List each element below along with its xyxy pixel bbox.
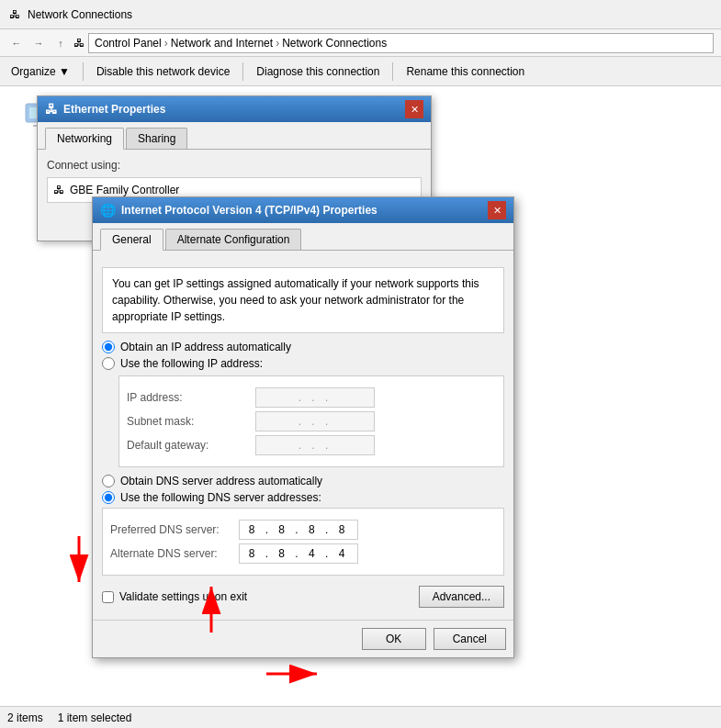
ethernet-tabs: Networking Sharing bbox=[38, 122, 431, 149]
info-box: You can get IP settings assigned automat… bbox=[102, 267, 504, 333]
selected-count: 1 item selected bbox=[58, 711, 132, 724]
diagnose-button[interactable]: Diagnose this connection bbox=[249, 60, 387, 84]
info-text: You can get IP settings assigned automat… bbox=[112, 277, 479, 323]
tcp-tab-general[interactable]: General bbox=[100, 229, 163, 251]
ip-address-label: IP address: bbox=[127, 391, 255, 404]
subnet-mask-field: . . . bbox=[255, 411, 375, 431]
alternate-dns-label: Alternate DNS server: bbox=[110, 547, 239, 560]
controller-text: GBE Family Controller bbox=[70, 184, 179, 196]
auto-ip-label: Obtain an IP address automatically bbox=[120, 341, 291, 353]
window-icon-small: 🖧 bbox=[73, 37, 84, 50]
item-count: 2 items bbox=[7, 711, 43, 724]
dns-section: Obtain DNS server address automatically … bbox=[102, 475, 504, 576]
forward-button[interactable]: → bbox=[29, 34, 48, 52]
tab-networking[interactable]: Networking bbox=[45, 128, 124, 150]
ip-address-row: IP address: . . . bbox=[127, 387, 496, 408]
manual-dns-row: Use the following DNS server addresses: bbox=[102, 491, 504, 504]
ip-input-group: IP address: . . . Subnet mask: . . . Def… bbox=[118, 375, 504, 467]
ethernet-dialog-titlebar: 🖧 Ethernet Properties ✕ bbox=[38, 96, 431, 122]
main-content: 🖧 Ethernet Properties ✕ Networking Shari… bbox=[0, 86, 721, 728]
connect-using-label: Connect using: bbox=[47, 159, 422, 172]
alternate-dns-row: Alternate DNS server: 8 . 8 . 4 . 4 bbox=[110, 543, 496, 564]
cancel-button[interactable]: Cancel bbox=[434, 628, 506, 650]
validate-checkbox[interactable] bbox=[102, 591, 114, 603]
ip-radio-group: Obtain an IP address automatically Use t… bbox=[102, 341, 504, 370]
manual-ip-label: Use the following IP address: bbox=[120, 357, 263, 370]
window-title: Network Connections bbox=[28, 8, 132, 21]
gateway-field: . . . bbox=[255, 435, 375, 455]
tcp-tab-content: You can get IP settings assigned automat… bbox=[93, 250, 513, 620]
default-gateway-label: Default gateway: bbox=[127, 439, 255, 452]
manual-ip-radio[interactable] bbox=[102, 357, 115, 370]
rename-button[interactable]: Rename this connection bbox=[399, 60, 532, 84]
path-part-2: Network and Internet bbox=[171, 37, 273, 50]
auto-dns-label: Obtain DNS server address automatically bbox=[120, 475, 322, 487]
manual-dns-label: Use the following DNS server addresses: bbox=[120, 491, 321, 504]
tcpipv4-dialog: 🌐 Internet Protocol Version 4 (TCP/IPv4)… bbox=[92, 196, 514, 658]
window-icon: 🖧 bbox=[7, 7, 22, 22]
tcp-dialog-icon: 🌐 bbox=[100, 203, 116, 218]
subnet-mask-label: Subnet mask: bbox=[127, 415, 255, 428]
alternate-dns-field[interactable]: 8 . 8 . 4 . 4 bbox=[239, 543, 358, 564]
tcp-dialog-titlebar: 🌐 Internet Protocol Version 4 (TCP/IPv4)… bbox=[93, 197, 513, 223]
tcp-close-button[interactable]: ✕ bbox=[488, 201, 506, 219]
preferred-dns-label: Preferred DNS server: bbox=[110, 523, 239, 536]
toolbar-separator-2 bbox=[242, 62, 243, 81]
ip-address-field: . . . bbox=[255, 387, 375, 408]
controller-icon: 🖧 bbox=[53, 184, 64, 196]
toolbar-separator-3 bbox=[392, 62, 393, 81]
manual-ip-row: Use the following IP address: bbox=[102, 357, 504, 370]
subnet-mask-row: Subnet mask: . . . bbox=[127, 411, 496, 431]
up-button[interactable]: ↑ bbox=[51, 34, 70, 52]
auto-ip-row: Obtain an IP address automatically bbox=[102, 341, 504, 353]
status-bar: 2 items 1 item selected bbox=[0, 706, 721, 728]
disable-network-button[interactable]: Disable this network device bbox=[89, 60, 237, 84]
preferred-dns-field[interactable]: 8 . 8 . 8 . 8 bbox=[239, 520, 358, 540]
validate-label: Validate settings upon exit bbox=[119, 590, 247, 603]
tcp-dialog-title: Internet Protocol Version 4 (TCP/IPv4) P… bbox=[121, 204, 377, 217]
path-sep-2: › bbox=[276, 37, 279, 50]
tcp-tab-alternate[interactable]: Alternate Configuration bbox=[165, 229, 302, 250]
auto-dns-row: Obtain DNS server address automatically bbox=[102, 475, 504, 487]
ethernet-dialog-title: Ethernet Properties bbox=[63, 103, 165, 116]
toolbar-separator bbox=[83, 62, 84, 81]
back-button[interactable]: ← bbox=[7, 34, 26, 52]
advanced-button[interactable]: Advanced... bbox=[419, 586, 504, 608]
address-path[interactable]: Control Panel › Network and Internet › N… bbox=[88, 33, 714, 53]
address-bar: ← → ↑ 🖧 Control Panel › Network and Inte… bbox=[0, 29, 721, 57]
manual-dns-radio[interactable] bbox=[102, 491, 115, 504]
path-part-3: Network Connections bbox=[282, 37, 387, 50]
toolbar: Organize ▼ Disable this network device D… bbox=[0, 57, 721, 86]
organize-button[interactable]: Organize ▼ bbox=[4, 60, 77, 84]
dns-input-group: Preferred DNS server: 8 . 8 . 8 . 8 Alte… bbox=[102, 508, 504, 576]
tcp-dialog-buttons: OK Cancel bbox=[93, 620, 513, 657]
auto-dns-radio[interactable] bbox=[102, 475, 115, 487]
validate-row: Validate settings upon exit bbox=[102, 590, 247, 603]
path-sep-1: › bbox=[164, 37, 168, 50]
ok-button[interactable]: OK bbox=[362, 628, 426, 650]
gateway-row: Default gateway: . . . bbox=[127, 435, 496, 455]
tcp-tabs: General Alternate Configuration bbox=[93, 223, 513, 250]
tab-sharing[interactable]: Sharing bbox=[126, 128, 187, 149]
ethernet-dialog-icon: 🖧 bbox=[45, 102, 58, 117]
auto-ip-radio[interactable] bbox=[102, 341, 115, 353]
path-part-1: Control Panel bbox=[95, 37, 162, 50]
preferred-dns-row: Preferred DNS server: 8 . 8 . 8 . 8 bbox=[110, 520, 496, 540]
ethernet-close-button[interactable]: ✕ bbox=[405, 100, 423, 118]
title-bar: 🖧 Network Connections bbox=[0, 0, 721, 29]
